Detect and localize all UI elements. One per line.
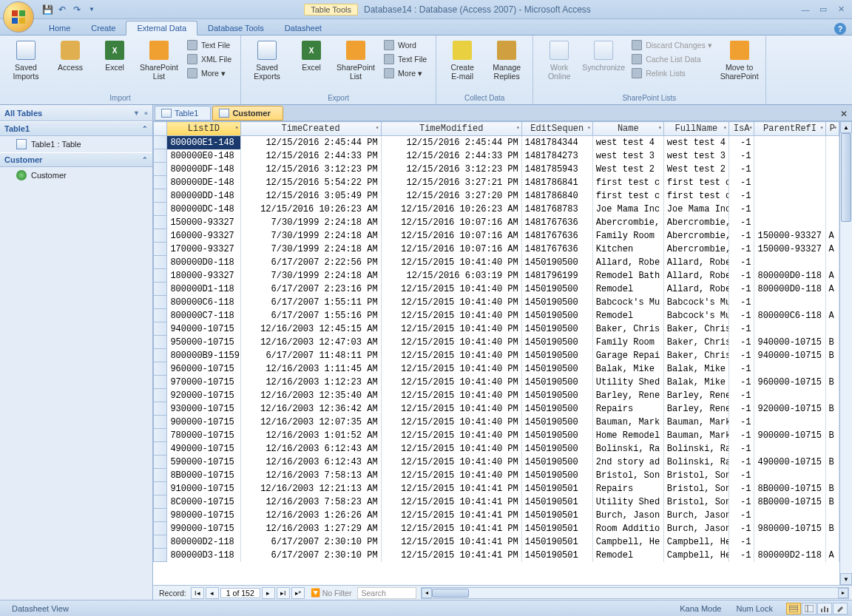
cell[interactable] xyxy=(825,362,839,376)
cell[interactable]: 6/17/2007 1:55:11 PM xyxy=(240,296,381,309)
cell[interactable]: 1450190501 xyxy=(521,495,592,509)
column-dropdown-icon[interactable]: ▾ xyxy=(516,124,520,131)
cell[interactable]: 150000-93327 xyxy=(754,229,825,243)
cell[interactable]: 800000C6-118 xyxy=(754,309,825,322)
cell[interactable]: 920000-10715 xyxy=(754,402,825,416)
cell[interactable]: Allard, Robe xyxy=(663,282,728,296)
cell[interactable] xyxy=(754,189,825,203)
cell[interactable]: 12/15/2015 10:41:41 PM xyxy=(381,535,521,549)
cell[interactable] xyxy=(825,442,839,456)
cell[interactable]: Balak, Mike xyxy=(592,362,663,376)
cell[interactable]: -1 xyxy=(728,203,754,216)
cell[interactable]: -1 xyxy=(728,442,754,456)
cell[interactable]: 1450190500 xyxy=(521,389,592,402)
cell[interactable]: 800000C6-118 xyxy=(167,296,240,309)
cell[interactable]: Burch, Jason xyxy=(592,509,663,522)
column-header[interactable]: Name▾ xyxy=(592,122,663,136)
table-row[interactable]: 910000-1071512/16/2003 12:21:13 AM12/15/… xyxy=(154,482,839,495)
row-selector[interactable] xyxy=(154,349,167,362)
qat-dropdown-icon[interactable]: ▼ xyxy=(86,4,98,16)
cell[interactable]: 12/15/2016 10:26:23 AM xyxy=(381,203,521,216)
column-dropdown-icon[interactable]: ▾ xyxy=(834,124,837,131)
row-selector[interactable] xyxy=(154,469,167,482)
cell[interactable]: 12/15/2015 10:41:40 PM xyxy=(381,349,521,362)
cell[interactable]: Bolinski, Ra xyxy=(663,442,728,456)
cell[interactable]: 12/15/2015 10:41:41 PM xyxy=(381,522,521,535)
cell[interactable]: Bristol, Son xyxy=(663,482,728,495)
cell[interactable]: 12/16/2003 1:01:52 AM xyxy=(240,429,381,442)
cell[interactable]: A xyxy=(825,269,839,282)
ribbon-button[interactable]: Saved Imports xyxy=(4,37,47,82)
cell[interactable]: -1 xyxy=(728,322,754,336)
cell[interactable]: 800000D2-118 xyxy=(754,549,825,562)
cell[interactable]: 170000-93327 xyxy=(167,243,240,256)
cell[interactable]: first test c xyxy=(663,176,728,189)
cell[interactable] xyxy=(754,442,825,456)
cell[interactable]: 12/16/2003 6:12:43 AM xyxy=(240,442,381,456)
table-row[interactable]: 800000C7-1186/17/2007 1:55:16 PM12/15/20… xyxy=(154,309,839,322)
cell[interactable]: 800000D3-118 xyxy=(167,549,240,562)
cell[interactable]: 150000-93327 xyxy=(754,243,825,256)
cell[interactable]: 590000-10715 xyxy=(167,456,240,469)
ribbon-tab-datasheet[interactable]: Datasheet xyxy=(274,21,332,35)
cell[interactable]: 12/15/2015 10:41:40 PM xyxy=(381,469,521,482)
cell[interactable]: 12/15/2015 10:41:40 PM xyxy=(381,296,521,309)
cell[interactable]: 800000DD-148 xyxy=(167,189,240,203)
cell[interactable] xyxy=(754,216,825,229)
cell[interactable]: 1481786840 xyxy=(521,189,592,203)
cell[interactable]: 900000-10715 xyxy=(167,416,240,429)
ribbon-button[interactable]: Create E-mail xyxy=(441,37,484,82)
cell[interactable] xyxy=(825,296,839,309)
cell[interactable] xyxy=(754,256,825,269)
ribbon-small-button[interactable]: XML File xyxy=(183,53,234,66)
cell[interactable]: -1 xyxy=(728,243,754,256)
row-selector[interactable] xyxy=(154,416,167,429)
cell[interactable] xyxy=(825,509,839,522)
cell[interactable]: 800000D0-118 xyxy=(754,269,825,282)
cell[interactable]: 12/16/2003 7:58:23 AM xyxy=(240,495,381,509)
cell[interactable]: -1 xyxy=(728,282,754,296)
cell[interactable]: 12/15/2015 10:41:40 PM xyxy=(381,322,521,336)
cell[interactable]: Burch, Jason xyxy=(663,522,728,535)
cell[interactable]: Baker, Chris xyxy=(663,322,728,336)
first-record-button[interactable]: I◂ xyxy=(191,587,204,599)
document-tab[interactable]: Customer xyxy=(212,106,283,121)
cell[interactable]: 12/15/2015 10:41:40 PM xyxy=(381,456,521,469)
cell[interactable]: 1450190501 xyxy=(521,509,592,522)
nav-item[interactable]: Customer xyxy=(0,167,152,183)
cell[interactable]: -1 xyxy=(728,349,754,362)
cell[interactable] xyxy=(825,189,839,203)
cell[interactable]: 12/15/2015 10:41:41 PM xyxy=(381,549,521,562)
cell[interactable]: 1450190500 xyxy=(521,349,592,362)
cell[interactable]: Abercrombie, xyxy=(663,243,728,256)
table-row[interactable]: 980000-1071512/16/2003 1:26:26 AM12/15/2… xyxy=(154,509,839,522)
ribbon-button[interactable]: Saved Exports xyxy=(246,37,288,82)
cell[interactable]: A xyxy=(825,282,839,296)
ribbon-button[interactable]: Move to SharePoint xyxy=(718,37,761,82)
cell[interactable]: -1 xyxy=(728,389,754,402)
cell[interactable]: 800000D2-118 xyxy=(167,535,240,549)
cell[interactable]: B xyxy=(825,495,839,509)
cell[interactable]: 12/16/2003 1:27:29 AM xyxy=(240,522,381,535)
cell[interactable]: A xyxy=(825,549,839,562)
cell[interactable]: 800000E1-148 xyxy=(167,136,240,149)
column-header[interactable]: TimeCreated▾ xyxy=(240,122,381,136)
document-tab[interactable]: Table1 xyxy=(155,106,211,121)
cell[interactable]: -1 xyxy=(728,376,754,389)
cell[interactable]: 12/16/2003 1:11:45 AM xyxy=(240,362,381,376)
cell[interactable] xyxy=(754,203,825,216)
row-selector[interactable] xyxy=(154,163,167,176)
cell[interactable]: B xyxy=(825,336,839,349)
pivotchart-view-button[interactable] xyxy=(817,603,832,615)
cell[interactable]: B xyxy=(825,522,839,535)
cell[interactable]: Babcock's Mu xyxy=(663,296,728,309)
cell[interactable]: 940000-10715 xyxy=(754,336,825,349)
prev-record-button[interactable]: ◂ xyxy=(206,587,219,599)
cell[interactable]: A xyxy=(825,243,839,256)
cell[interactable]: -1 xyxy=(728,495,754,509)
cell[interactable]: Barley, Rene xyxy=(663,402,728,416)
vertical-scrollbar[interactable]: ▲ ▼ xyxy=(839,121,852,585)
cell[interactable]: 12/16/2003 12:07:35 AM xyxy=(240,416,381,429)
column-dropdown-icon[interactable]: ▾ xyxy=(376,124,379,131)
table-row[interactable]: 800000C6-1186/17/2007 1:55:11 PM12/15/20… xyxy=(154,296,839,309)
